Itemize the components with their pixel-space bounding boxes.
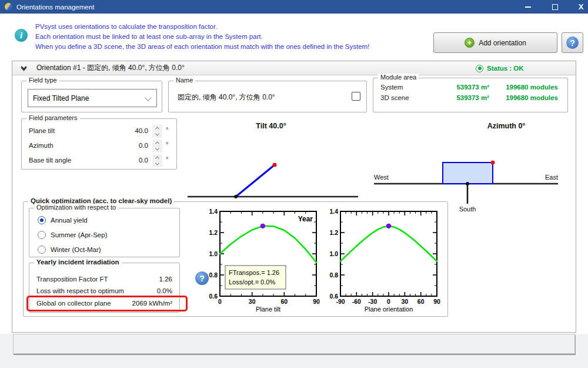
minimize-button[interactable]	[519, 0, 537, 14]
name-group-label: Name	[173, 77, 195, 84]
orientations-management-window: Orientations management X i PVsyst uses …	[0, 0, 588, 368]
minimize-icon	[525, 6, 531, 8]
svg-text:Year: Year	[298, 215, 313, 223]
spin-down-icon[interactable]	[152, 161, 162, 167]
footer-bar	[13, 334, 575, 354]
field-parameters-group-label: Field parameters	[26, 114, 80, 121]
module-area-row-system: System 539373 m² 199680 modules	[373, 84, 567, 93]
info-line-3: When you define a 3D scene, the 3D areas…	[35, 42, 369, 52]
help-button[interactable]: ?	[562, 32, 583, 53]
plane-tilt-optimization-chart: 03060900.60.81.01.21.4YearFTranspos.= 1.…	[203, 207, 324, 319]
info-line-2: Each orientation must be linked to at le…	[35, 32, 369, 42]
add-orientation-label: Add orientation	[479, 39, 526, 47]
tilt-pivot-dot	[234, 195, 238, 198]
azimuth-value[interactable]: 0.0	[107, 142, 148, 149]
svg-text:0.8: 0.8	[209, 271, 218, 279]
info-text: PVsyst uses orientations to calculate th…	[35, 22, 369, 52]
status-badge: Status : OK	[476, 61, 524, 75]
transposition-row: Transposition Factor FT 1.26	[29, 273, 179, 285]
orientation-panel: Orientation #1 - 固定的, 倾角 40.0°, 方位角 0.0°…	[12, 61, 576, 333]
svg-text:30: 30	[249, 298, 256, 305]
plane-orientation-optimization-chart: -90-60-3003060900.60.81.01.21.4Plane ori…	[327, 207, 447, 319]
east-label: East	[545, 174, 558, 181]
base-tilt-unit: °	[166, 155, 168, 163]
plus-icon: +	[465, 38, 475, 48]
field-type-select[interactable]: Fixed Tilted Plane	[28, 89, 157, 107]
plane-tilt-value[interactable]: 40.0	[107, 127, 148, 134]
field-type-group-label: Field type	[26, 77, 59, 84]
collapse-icon[interactable]	[22, 65, 26, 70]
optimization-respect-group: Optimization with respect to Annual yiel…	[29, 208, 180, 257]
spin-down-icon[interactable]	[152, 146, 162, 152]
module-area-group-label: Module area	[378, 74, 419, 81]
spin-up-icon[interactable]	[152, 125, 162, 131]
svg-text:0: 0	[218, 298, 222, 305]
status-ok-icon	[476, 65, 483, 72]
svg-text:1.2: 1.2	[209, 229, 218, 236]
name-checkbox[interactable]	[352, 92, 360, 101]
yearly-irradiation-label: Yearly incident irradiation	[34, 258, 122, 266]
svg-text:FTranspos.= 1.26: FTranspos.= 1.26	[229, 269, 279, 276]
module-area-row-3dscene: 3D scene 539373 m² 199680 modules	[373, 94, 567, 104]
svg-text:0.6: 0.6	[329, 293, 338, 300]
orientation-header[interactable]: Orientation #1 - 固定的, 倾角 40.0°, 方位角 0.0°…	[12, 61, 576, 75]
radio-annual-yield[interactable]: Annual yield	[38, 214, 88, 227]
window-title: Orientations management	[16, 4, 94, 11]
svg-text:60: 60	[280, 298, 288, 305]
base-tilt-stepper[interactable]	[152, 154, 162, 167]
svg-text:-60: -60	[352, 298, 361, 305]
svg-text:1.0: 1.0	[209, 250, 218, 257]
azimuth-diagram-title: Azimuth 0°	[430, 122, 583, 130]
plane-tilt-stepper[interactable]	[152, 125, 162, 138]
scene-modules-value: 199680 modules	[491, 94, 558, 101]
svg-text:1.4: 1.4	[329, 208, 338, 215]
svg-text:1.0: 1.0	[329, 250, 338, 257]
south-label: South	[459, 205, 476, 213]
status-label: Status : OK	[487, 65, 524, 72]
system-modules-value: 199680 modules	[491, 84, 558, 91]
transposition-label: Transposition Factor FT	[36, 276, 108, 283]
spin-up-icon[interactable]	[152, 140, 162, 146]
loss-value: 0.0%	[157, 287, 172, 294]
spin-down-icon[interactable]	[152, 131, 162, 138]
add-orientation-button[interactable]: + Add orientation	[433, 32, 557, 53]
svg-text:Loss/opt.= 0.0%: Loss/opt.= 0.0%	[229, 279, 275, 286]
spin-up-icon[interactable]	[152, 154, 162, 161]
radio-icon	[38, 216, 46, 224]
field-type-value: Fixed Tilted Plane	[33, 94, 89, 102]
orientation-name-value: 固定的, 倾角 40.0°, 方位角 0.0°	[178, 92, 275, 102]
name-group: Name 固定的, 倾角 40.0°, 方位角 0.0°	[168, 81, 367, 112]
field-type-group: Field type Fixed Tilted Plane	[21, 81, 162, 112]
maximize-button[interactable]	[546, 0, 564, 14]
info-line-1: PVsyst uses orientations to calculate th…	[35, 22, 369, 32]
tilt-top-dot	[272, 163, 276, 167]
loss-row: Loss with respect to optimum 0.0%	[29, 285, 179, 297]
optimization-respect-label: Optimization with respect to	[34, 204, 118, 211]
azimuth-corner-dot	[490, 160, 495, 164]
transposition-value: 1.26	[159, 276, 172, 283]
help-icon: ?	[566, 37, 579, 49]
highlight-red-box	[26, 296, 188, 311]
base-tilt-label: Base tilt angle	[29, 157, 71, 164]
west-label: West	[374, 174, 389, 181]
radio-icon	[38, 246, 46, 254]
radio-winter[interactable]: Winter (Oct-Mar)	[38, 243, 101, 256]
svg-text:0: 0	[387, 298, 390, 305]
base-tilt-value[interactable]: 0.0	[107, 157, 148, 164]
radio-summer[interactable]: Summer (Apr-Sep)	[38, 228, 108, 241]
svg-text:0.6: 0.6	[209, 293, 218, 300]
azimuth-row: Azimuth 0.0 °	[22, 140, 176, 152]
module-area-group: Module area System 539373 m² 199680 modu…	[373, 78, 568, 112]
azimuth-panel-rect	[443, 163, 493, 184]
svg-text:0.8: 0.8	[329, 271, 338, 279]
radio-winter-label: Winter (Oct-Mar)	[51, 246, 101, 253]
svg-text:90: 90	[313, 298, 320, 305]
maximize-icon	[552, 4, 558, 10]
close-button[interactable]: X	[572, 0, 588, 14]
svg-text:-30: -30	[368, 298, 377, 305]
svg-text:60: 60	[417, 298, 425, 305]
azimuth-label: Azimuth	[29, 142, 54, 149]
chevron-down-icon	[145, 94, 151, 101]
scene-area-value: 539373 m²	[426, 94, 489, 101]
azimuth-stepper[interactable]	[152, 140, 162, 152]
